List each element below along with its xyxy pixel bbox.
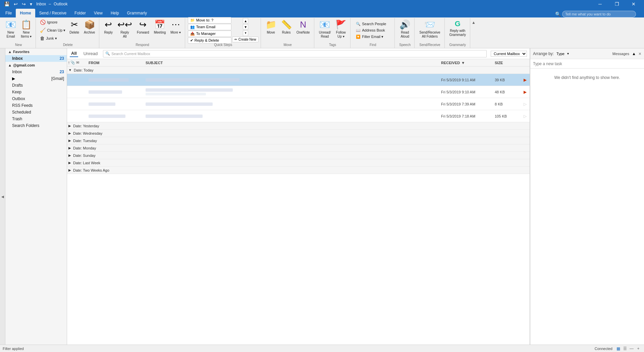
table-row[interactable]: Fri 5/3/2019 9:10 AM 48 KB ▶: [67, 86, 530, 98]
followup-button[interactable]: 🚩 FollowUp ▾: [333, 18, 348, 42]
quicksteps-up[interactable]: ▲: [243, 18, 248, 24]
grammarly-reply-button[interactable]: G Reply withGrammarly: [447, 18, 468, 42]
quickstep-moveto[interactable]: 📁 Move to: ?: [188, 17, 231, 24]
email-search-box[interactable]: 🔍 Search Current Mailbox: [103, 50, 487, 57]
sidebar-item-gmail[interactable]: ▶ [Gmail]: [5, 75, 67, 82]
arrange-value[interactable]: Type: [556, 52, 565, 56]
row2-flag[interactable]: ▶: [522, 90, 528, 94]
date-group-wednesday[interactable]: ▶ Date: Wednesday: [67, 130, 530, 137]
sidebar-item-scheduled[interactable]: Scheduled: [5, 109, 67, 116]
zoom-in-button[interactable]: +: [635, 346, 641, 352]
archive-button[interactable]: 📦 Archive: [82, 18, 97, 42]
read-aloud-button[interactable]: 🔊 ReadAloud: [397, 18, 412, 42]
date-group-yesterday[interactable]: ▶ Date: Yesterday: [67, 122, 530, 130]
col-header-received[interactable]: RECEIVED ▼: [441, 61, 495, 65]
table-row[interactable]: Fri 5/3/2019 7:39 AM 8 KB ▷: [67, 98, 530, 110]
more-respond-button[interactable]: ⋯ More ▾: [168, 18, 183, 42]
meeting-button[interactable]: 📅 Meeting: [152, 18, 168, 42]
grammarly-label: Reply withGrammarly: [449, 29, 466, 37]
date-group-sunday[interactable]: ▶ Date: Sunday: [67, 152, 530, 159]
sidebar-item-inbox[interactable]: Inbox 23: [5, 69, 67, 75]
task-panel-expand-icon[interactable]: ▲: [632, 51, 636, 56]
zoom-out-button[interactable]: —: [629, 346, 635, 352]
ignore-button[interactable]: 🚫 Ignore: [39, 19, 67, 26]
sidebar-item-searchfolders[interactable]: Search Folders: [5, 122, 67, 129]
task-panel-close-button[interactable]: ×: [639, 51, 641, 56]
filter-email-button[interactable]: 🔽 Filter Email ▾: [355, 34, 387, 40]
preview-view-button[interactable]: ☰: [622, 346, 628, 352]
account-header[interactable]: ▲ @gmail.com: [5, 62, 67, 69]
reply-button[interactable]: ↩ Reply: [102, 18, 115, 42]
view-tab-unread[interactable]: Unread: [82, 50, 99, 57]
row4-flag[interactable]: ▷: [522, 114, 528, 119]
date-group-today-header[interactable]: ▼ Date: Today: [67, 67, 530, 74]
drafts-name: Drafts: [12, 83, 23, 88]
tab-folder[interactable]: Folder: [70, 9, 90, 17]
tab-help[interactable]: Help: [107, 9, 123, 17]
address-book-button[interactable]: 📖 Address Book: [355, 28, 387, 33]
col-header-size[interactable]: SIZE: [495, 61, 522, 65]
col-header-subject[interactable]: SUBJECT: [146, 61, 441, 65]
minimize-button[interactable]: ─: [592, 0, 608, 8]
sidebar-collapse-button[interactable]: ◀: [0, 48, 5, 345]
row4-from: [89, 113, 146, 119]
quickstep-tomanager[interactable]: 📤 To Manager: [188, 31, 231, 37]
quick-access-toolbar[interactable]: 💾 ↩ ↪ ▾: [3, 1, 34, 7]
forward-button[interactable]: ↪ Forward: [135, 18, 151, 42]
date-group-lastweek[interactable]: ▶ Date: Last Week: [67, 159, 530, 167]
window-controls[interactable]: ─ ❐ ✕: [592, 0, 641, 8]
new-items-button[interactable]: 📋 NewItems ▾: [19, 18, 34, 42]
quickstep-replydelete[interactable]: ✔ Reply & Delete: [188, 37, 231, 44]
cleanup-button[interactable]: 🧹 Clean Up ▾: [39, 27, 67, 34]
collapse-ribbon-button[interactable]: ▲: [471, 19, 476, 26]
favorites-header[interactable]: ▲ Favorites: [5, 48, 67, 55]
quicksteps-down[interactable]: ▼: [243, 24, 248, 30]
tab-send-receive[interactable]: Send / Receive: [35, 9, 70, 17]
date-group-tuesday[interactable]: ▶ Date: Tuesday: [67, 137, 530, 144]
tab-file[interactable]: File: [1, 9, 16, 17]
quickstep-createnew[interactable]: ✏ Create New: [232, 37, 259, 42]
col-header-from[interactable]: FROM: [89, 61, 146, 65]
mailbox-select[interactable]: Current Mailbox: [491, 51, 527, 57]
sidebar-item-trash[interactable]: Trash: [5, 116, 67, 122]
reply-all-button[interactable]: ↩↩ ReplyAll: [115, 18, 134, 42]
redo-icon[interactable]: ↪: [20, 1, 27, 7]
compact-view-button[interactable]: ▦: [615, 346, 621, 352]
restore-button[interactable]: ❐: [609, 0, 625, 8]
arrange-dropdown-icon[interactable]: ▾: [567, 52, 569, 55]
row3-flag[interactable]: ▷: [522, 102, 528, 106]
inbox-fav-count: 23: [60, 56, 64, 61]
task-input[interactable]: [530, 59, 644, 69]
onenote-button[interactable]: N OneNote: [294, 18, 312, 42]
tab-view[interactable]: View: [90, 9, 107, 17]
sidebar-item-rssfeeds[interactable]: RSS Feeds: [5, 102, 67, 109]
table-row[interactable]: Fri 5/3/2019 7:18 AM 105 KB ▷: [67, 110, 530, 122]
table-row[interactable]: Fri 5/3/2019 9:11 AM 39 KB ▶: [67, 74, 530, 86]
sidebar-item-drafts[interactable]: Drafts: [5, 82, 67, 89]
move-button[interactable]: 📁 Move: [264, 18, 278, 42]
undo-icon[interactable]: ↩: [12, 1, 19, 7]
search-people-button[interactable]: 🔍 Search People: [355, 21, 387, 27]
tab-home[interactable]: Home: [16, 9, 35, 17]
quickstep-teamemail[interactable]: 👥 Team Email: [188, 24, 231, 30]
tell-me-input[interactable]: [562, 11, 636, 17]
junk-button[interactable]: 🗑 Junk ▾: [39, 35, 67, 42]
createnew-label: Create New: [238, 38, 256, 41]
new-email-button[interactable]: 📧 NewEmail: [3, 18, 18, 42]
row1-flag[interactable]: ▶: [522, 78, 528, 82]
delete-button[interactable]: ✂ Delete: [67, 18, 81, 42]
date-group-monday[interactable]: ▶ Date: Monday: [67, 144, 530, 152]
sidebar-item-keep[interactable]: Keep: [5, 89, 67, 95]
rules-button[interactable]: 📏 Rules: [279, 18, 294, 42]
save-icon[interactable]: 💾: [3, 1, 11, 7]
unread-read-button[interactable]: 📧 Unread/Read: [317, 18, 333, 42]
customize-icon[interactable]: ▾: [29, 1, 34, 7]
view-tab-all[interactable]: All: [70, 50, 78, 57]
sendreceive-all-button[interactable]: 📨 Send/ReceiveAll Folders: [417, 18, 442, 42]
tab-grammarly[interactable]: Grammarly: [123, 9, 151, 17]
quicksteps-expand[interactable]: ▼: [243, 31, 248, 36]
date-group-twoweeks[interactable]: ▶ Date: Two Weeks Ago: [67, 167, 530, 174]
close-button[interactable]: ✕: [626, 0, 641, 8]
sidebar-item-outbox[interactable]: Outbox: [5, 95, 67, 102]
sidebar-item-inbox-fav[interactable]: Inbox 23: [5, 55, 67, 62]
